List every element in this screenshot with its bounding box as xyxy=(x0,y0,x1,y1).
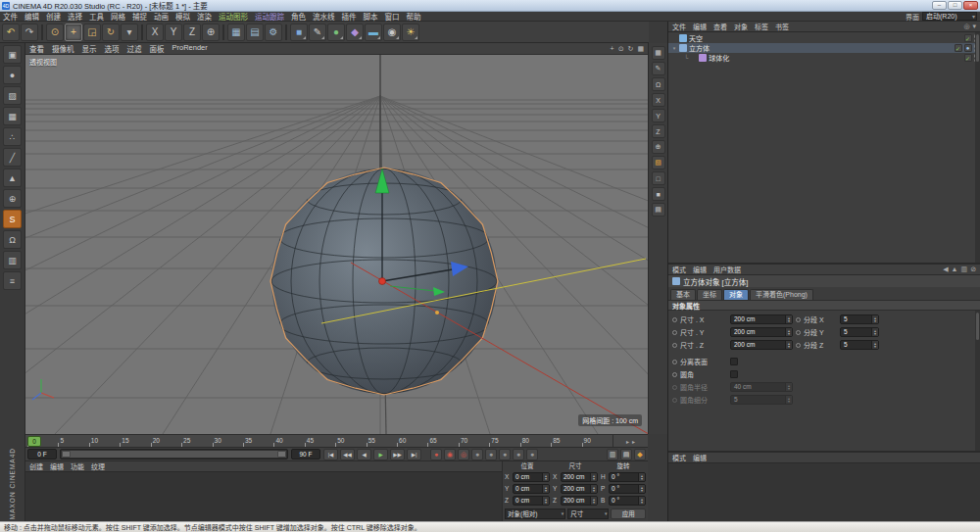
object-manager-menu-item[interactable]: 文件 xyxy=(672,22,686,31)
redo-icon[interactable]: ↷ xyxy=(21,24,38,41)
apply-button[interactable]: 应用 xyxy=(611,508,646,519)
position-field[interactable]: 0 cm xyxy=(513,472,550,482)
workplane-icon[interactable]: ▦ xyxy=(652,46,665,60)
anim-dot-icon[interactable] xyxy=(672,317,677,322)
object-manager-menu-item[interactable]: 标签 xyxy=(755,22,768,31)
menu-item[interactable]: 模拟 xyxy=(175,11,190,22)
browser-content[interactable] xyxy=(668,463,980,521)
search-icon[interactable]: ◎ xyxy=(963,23,969,30)
maximize-button[interactable]: □ xyxy=(948,1,962,10)
menu-item[interactable]: 运动图形 xyxy=(219,11,248,22)
menu-item[interactable]: 网格 xyxy=(111,11,125,22)
render-picture-viewer-icon[interactable]: ▤ xyxy=(246,24,264,41)
timeline-tick[interactable]: 50 xyxy=(335,435,366,447)
stepper-icon[interactable] xyxy=(542,473,549,481)
render-queue-button[interactable]: ▤ xyxy=(620,449,632,460)
range-end-handle[interactable] xyxy=(277,451,286,458)
timeline-tick[interactable]: 80 xyxy=(520,435,551,447)
render-view-icon[interactable]: ▦ xyxy=(227,24,245,41)
lock-y-icon[interactable]: Y xyxy=(165,24,182,41)
position-header[interactable]: 位置 xyxy=(505,462,550,470)
stepper-icon[interactable] xyxy=(871,328,878,336)
size-field[interactable]: 200 cm xyxy=(561,496,598,506)
scale-tool-icon[interactable]: ◲ xyxy=(83,24,101,41)
playhead[interactable]: 0 xyxy=(27,436,41,447)
attributes-menu-item[interactable]: 模式 xyxy=(672,265,686,274)
stepper-icon[interactable] xyxy=(590,497,597,505)
segments-value-field[interactable]: 5 xyxy=(840,340,879,350)
anim-dot-icon[interactable] xyxy=(672,343,677,348)
position-field[interactable]: 0 cm xyxy=(513,484,550,494)
key-scale-button[interactable]: ● xyxy=(485,449,497,460)
anim-dot-icon[interactable] xyxy=(672,360,677,364)
toolbar-separator[interactable] xyxy=(41,24,43,40)
checkbox[interactable] xyxy=(730,358,738,365)
timeline-tick[interactable]: 5 xyxy=(58,435,88,447)
rotation-header[interactable]: 旋转 xyxy=(601,462,646,470)
pen-icon[interactable]: ✎ xyxy=(652,62,665,75)
toggle-views-icon[interactable]: ▦ xyxy=(637,45,644,53)
segments-value-field[interactable]: 5 xyxy=(840,314,879,324)
viewport-menu-item[interactable]: 过滤 xyxy=(127,43,142,54)
preview-range-slider[interactable] xyxy=(60,449,288,459)
timeline-tick[interactable]: 85 xyxy=(551,435,581,447)
rotation-field[interactable]: 0 ° xyxy=(609,472,646,482)
camera-icon[interactable]: ◉ xyxy=(383,24,401,41)
timeline-ruler[interactable]: 051015202530354045505560657075808590 0 ▸… xyxy=(25,434,648,447)
toolbar-separator[interactable] xyxy=(222,24,224,40)
enabled-check-tag[interactable]: ✓ xyxy=(964,34,972,42)
nav-up-icon[interactable]: ▲ xyxy=(952,266,958,273)
minimize-button[interactable]: – xyxy=(932,1,947,10)
next-frame-button[interactable]: ▶▶ xyxy=(390,449,405,460)
stepper-icon[interactable] xyxy=(638,485,645,493)
generator-icon[interactable]: ● xyxy=(327,24,345,41)
model-mode-icon[interactable]: ● xyxy=(3,66,22,84)
position-field[interactable]: 0 cm xyxy=(513,496,550,506)
timeline-tick[interactable]: 65 xyxy=(427,435,458,447)
lock-z-icon[interactable]: Z xyxy=(183,24,201,41)
viewport-canvas[interactable]: 透视视图 网格间距 : 100 cm xyxy=(25,55,648,434)
stepper-icon[interactable] xyxy=(871,315,878,323)
measure-icon[interactable]: ≡ xyxy=(3,271,22,290)
timeline-tick[interactable]: 90 xyxy=(582,435,612,447)
browser-menu-item[interactable]: 编辑 xyxy=(693,453,707,462)
enabled-check-tag[interactable]: ✓ xyxy=(955,44,962,52)
segments-value-field[interactable]: 5 xyxy=(840,327,879,337)
viewport-menu-item[interactable]: ProRender xyxy=(172,43,208,54)
menu-item[interactable]: 工具 xyxy=(89,11,104,22)
stepper-icon[interactable] xyxy=(542,485,549,493)
lock-icon[interactable]: ⊘ xyxy=(970,266,976,273)
quantize-icon[interactable]: ▥ xyxy=(3,251,22,269)
menu-item[interactable]: 文件 xyxy=(3,11,18,22)
pan-view-icon[interactable]: + xyxy=(611,45,614,53)
key-rotation-button[interactable]: ● xyxy=(499,449,511,460)
material-list[interactable] xyxy=(25,472,502,521)
solo-button[interactable]: ▥ xyxy=(607,449,618,460)
menu-item[interactable]: 捕捉 xyxy=(132,11,147,22)
filter-icon[interactable]: ▾ xyxy=(972,23,976,30)
range-start-handle[interactable] xyxy=(62,451,71,458)
record-active-objects-button[interactable]: ● xyxy=(430,449,442,460)
viewport-menu-item[interactable]: 查看 xyxy=(29,43,44,54)
menu-item[interactable]: 渲染 xyxy=(197,11,212,22)
enable-axis-icon[interactable]: ⊕ xyxy=(3,189,22,208)
swatch-black-icon[interactable]: ■ xyxy=(652,187,665,201)
enable-snap-icon[interactable]: S xyxy=(3,210,22,228)
attributes-tab[interactable]: 平滑着色(Phong) xyxy=(750,289,813,300)
rotate-tool-icon[interactable]: ↻ xyxy=(102,24,120,41)
material-menu-item[interactable]: 功能 xyxy=(71,461,84,471)
deformer-icon[interactable]: ◆ xyxy=(346,24,364,41)
object-manager-menu-item[interactable]: 对象 xyxy=(734,22,748,31)
magnet-icon[interactable]: Ω xyxy=(3,230,22,249)
stepper-icon[interactable] xyxy=(542,497,549,505)
viewport-menu-item[interactable]: 面板 xyxy=(150,43,165,54)
checkbox[interactable] xyxy=(730,370,738,378)
prev-frame-button[interactable]: ◀ xyxy=(357,449,371,460)
stepper-icon[interactable] xyxy=(638,497,645,505)
light-icon[interactable]: ☀ xyxy=(402,24,419,41)
environment-icon[interactable]: ▬ xyxy=(365,24,382,41)
autokey-button[interactable]: ◉ xyxy=(444,449,456,460)
primitive-cube-icon[interactable]: ■ xyxy=(290,24,308,41)
axis-z-icon[interactable]: Z xyxy=(652,124,665,138)
make-editable-icon[interactable]: ▣ xyxy=(3,45,22,64)
